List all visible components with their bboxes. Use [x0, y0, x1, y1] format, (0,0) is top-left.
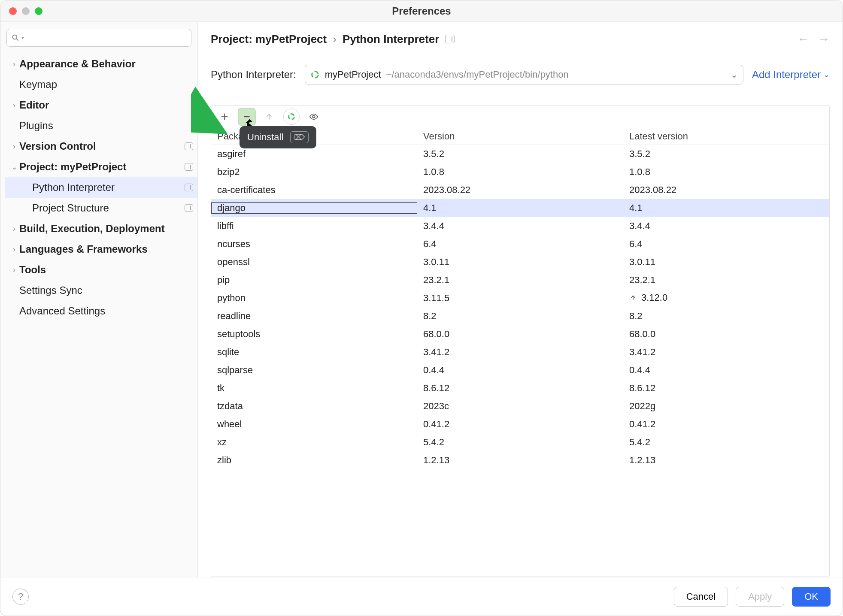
table-row[interactable]: ncurses6.46.4 [211, 235, 829, 253]
package-name-cell: readline [211, 311, 417, 322]
svg-point-3 [312, 72, 318, 78]
package-version-cell: 4.1 [417, 202, 623, 214]
apply-button[interactable]: Apply [736, 587, 784, 607]
sidebar-item-label: Build, Execution, Deployment [19, 223, 165, 235]
package-version-cell: 23.2.1 [417, 275, 623, 286]
package-latest-cell: 1.2.13 [623, 455, 829, 466]
sidebar-item-keymap[interactable]: Keymap [5, 74, 197, 95]
chevron-right-icon: › [9, 224, 19, 233]
table-row[interactable]: zlib1.2.131.2.13 [211, 451, 829, 469]
sidebar-item-advanced-settings[interactable]: Advanced Settings [5, 301, 197, 321]
package-latest-cell: 0.41.2 [623, 419, 829, 430]
nav-forward-button[interactable]: → [818, 32, 830, 46]
table-row[interactable]: openssl3.0.113.0.11 [211, 253, 829, 271]
ok-button[interactable]: OK [792, 587, 831, 607]
table-row[interactable]: sqlparse0.4.40.4.4 [211, 361, 829, 379]
sidebar-item-appearance-behavior[interactable]: ›Appearance & Behavior [5, 54, 197, 74]
package-name-cell: openssl [211, 257, 417, 268]
table-row[interactable]: tzdata2023c2022g [211, 397, 829, 415]
breadcrumb-separator: › [333, 33, 337, 46]
table-row[interactable]: python3.11.53.12.0 [211, 289, 829, 307]
table-row[interactable]: wheel0.41.20.41.2 [211, 415, 829, 433]
sidebar-item-version-control[interactable]: ›Version Control [5, 136, 197, 157]
package-version-cell: 0.41.2 [417, 419, 623, 430]
settings-content: Project: myPetProject › Python Interpret… [198, 22, 843, 577]
package-version-cell: 68.0.0 [417, 329, 623, 340]
sidebar-item-label: Keymap [19, 79, 57, 91]
table-row[interactable]: libffi3.4.43.4.4 [211, 217, 829, 235]
package-version-cell: 0.4.4 [417, 365, 623, 376]
nav-back-button[interactable]: ← [797, 32, 809, 46]
packages-panel: Uninstall ⌦ Package Version Latest versi… [211, 105, 830, 577]
settings-sidebar: ▾ ›Appearance & BehaviorKeymap›EditorPlu… [0, 22, 198, 577]
package-version-cell: 5.4.2 [417, 437, 623, 448]
interpreter-name: myPetProject [325, 69, 381, 80]
table-row[interactable]: bzip21.0.81.0.8 [211, 163, 829, 181]
package-version-cell: 3.5.2 [417, 148, 623, 160]
package-version-cell: 3.0.11 [417, 257, 623, 268]
sidebar-item-settings-sync[interactable]: Settings Sync [5, 280, 197, 301]
table-row[interactable]: tk8.6.128.6.12 [211, 379, 829, 397]
sidebar-item-tools[interactable]: ›Tools [5, 260, 197, 280]
interpreter-select[interactable]: myPetProject ~/anaconda3/envs/myPetProje… [305, 65, 743, 85]
sidebar-item-label: Settings Sync [19, 284, 82, 296]
table-row[interactable]: django4.14.1 [211, 199, 829, 217]
table-row[interactable]: setuptools68.0.068.0.0 [211, 325, 829, 343]
show-early-releases-button[interactable] [306, 109, 322, 125]
package-latest-cell: 3.5.2 [623, 148, 829, 160]
sidebar-item-languages-frameworks[interactable]: ›Languages & Frameworks [5, 239, 197, 260]
package-name-cell: pip [211, 275, 417, 286]
tooltip-text: Uninstall [247, 132, 283, 143]
svg-line-2 [17, 39, 18, 41]
search-icon [11, 33, 20, 42]
sidebar-item-label: Project Structure [32, 202, 109, 214]
help-button[interactable]: ? [12, 589, 29, 605]
package-version-cell: 2023.08.22 [417, 184, 623, 196]
sidebar-item-project-mypetproject[interactable]: ⌄Project: myPetProject [5, 157, 197, 177]
maximize-window-button[interactable] [35, 7, 42, 15]
package-latest-cell: 6.4 [623, 239, 829, 250]
package-latest-cell: 3.0.11 [623, 257, 829, 268]
add-interpreter-button[interactable]: Add Interpreter ⌄ [752, 69, 830, 81]
chevron-down-icon: ⌄ [731, 69, 738, 80]
package-latest-cell: 0.4.4 [623, 365, 829, 376]
close-window-button[interactable] [9, 7, 17, 15]
table-row[interactable]: ca-certificates2023.08.222023.08.22 [211, 181, 829, 199]
chevron-right-icon: › [9, 142, 19, 151]
settings-search[interactable]: ▾ [6, 29, 191, 47]
sidebar-item-build-execution-deployment[interactable]: ›Build, Execution, Deployment [5, 218, 197, 239]
package-version-cell: 1.0.8 [417, 166, 623, 178]
package-name-cell: wheel [211, 419, 417, 430]
package-name-cell: setuptools [211, 329, 417, 340]
package-latest-cell: 68.0.0 [623, 329, 829, 340]
upgrade-package-button[interactable] [261, 109, 277, 125]
package-name-cell: xz [211, 437, 417, 448]
package-latest-cell: 3.41.2 [623, 347, 829, 358]
chevron-right-icon: › [9, 245, 19, 254]
sidebar-item-editor[interactable]: ›Editor [5, 95, 197, 115]
sidebar-item-plugins[interactable]: Plugins [5, 115, 197, 136]
package-latest-cell: 2023.08.22 [623, 184, 829, 196]
table-row[interactable]: pip23.2.123.2.1 [211, 271, 829, 289]
chevron-down-icon: ⌄ [823, 70, 830, 79]
table-row[interactable]: xz5.4.25.4.2 [211, 433, 829, 451]
package-name-cell: libffi [211, 220, 417, 232]
conda-packages-button[interactable] [283, 109, 300, 125]
column-header-latest[interactable]: Latest version [623, 131, 829, 142]
package-version-cell: 8.6.12 [417, 383, 623, 394]
settings-search-input[interactable] [27, 33, 187, 43]
sidebar-item-project-structure[interactable]: Project Structure [5, 198, 197, 218]
breadcrumb-nav: ← → [797, 32, 830, 46]
table-row[interactable]: sqlite3.41.23.41.2 [211, 343, 829, 361]
sidebar-item-python-interpreter[interactable]: Python Interpreter [5, 177, 197, 198]
cancel-button[interactable]: Cancel [674, 587, 728, 607]
table-row[interactable]: readline8.28.2 [211, 307, 829, 325]
minimize-window-button[interactable] [22, 7, 30, 15]
interpreter-conda-icon [310, 70, 320, 79]
column-header-version[interactable]: Version [417, 131, 623, 142]
install-package-button[interactable] [216, 109, 233, 125]
package-name-cell: bzip2 [211, 166, 417, 178]
titlebar: Preferences [0, 0, 843, 22]
breadcrumb-project: Project: myPetProject [211, 33, 327, 46]
package-name-cell: zlib [211, 455, 417, 466]
